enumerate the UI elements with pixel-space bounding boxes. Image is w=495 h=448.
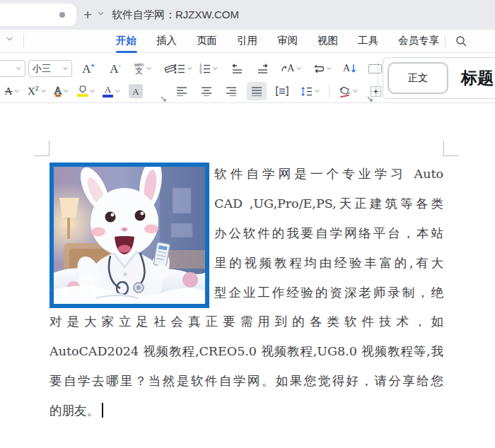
font-size-combobox[interactable]: 小三: [28, 60, 72, 77]
style-gallery: 正文 标题: [383, 57, 495, 99]
divider: [23, 35, 24, 47]
distribute-text-button[interactable]: [273, 82, 291, 100]
divider: [445, 35, 446, 47]
decrease-indent-button[interactable]: [228, 59, 246, 78]
divider: [378, 60, 378, 97]
wps-writer-window: + 软件自学网：RJZXW.COM 开始 插入 页面 引用 审阅 视图 工具 会…: [0, 0, 495, 448]
menubar: 开始 插入 页面 引用 审阅 视图 工具 会员专享: [0, 30, 495, 53]
text-cursor: [102, 403, 103, 418]
divider: [329, 85, 330, 98]
chevron-down-icon: [297, 65, 301, 69]
highlight-yellow-bar: [77, 94, 88, 97]
chevron-down-icon: [64, 88, 69, 92]
text-line: 的朋友。: [50, 396, 443, 425]
paragraph-right-column[interactable]: 软件自学网是一个专业学习 Auto CAD ,UG,Pro/E,PS,天正建筑等…: [214, 159, 443, 307]
style-body-text[interactable]: 正文: [388, 62, 448, 94]
grow-font-button[interactable]: A+: [79, 59, 98, 78]
text-line: AutoCAD2024 视频教程,CREO5.0 视频教程,UG8.0 视频教程…: [50, 336, 443, 366]
chevron-down-icon: [41, 88, 45, 92]
align-center-button[interactable]: [197, 82, 216, 100]
document-page[interactable]: 软件自学网是一个专业学习 Auto CAD ,UG,Pro/E,PS,天正建筑等…: [0, 103, 495, 448]
document-tab[interactable]: [0, 4, 76, 26]
tab-list-chevron-icon[interactable]: [98, 10, 104, 16]
tab-tools[interactable]: 工具: [348, 30, 388, 53]
highlight-color-button[interactable]: [76, 82, 96, 100]
text-line: 办公软件的我要自学网络平台，本站: [214, 218, 443, 248]
tab-reference[interactable]: 引用: [227, 30, 267, 53]
search-icon[interactable]: [455, 35, 467, 50]
collapse-ribbon-icon[interactable]: [7, 35, 13, 41]
superscript-button[interactable]: X2: [26, 82, 47, 100]
chevron-down-icon: [15, 88, 19, 92]
tab-insert[interactable]: 插入: [146, 30, 187, 53]
margin-corner-mark-left: [35, 141, 50, 156]
text-line: 对是大家立足社会真正要需用到的各类软件技术，如: [50, 307, 443, 336]
chevron-down-icon: [353, 88, 357, 92]
wrap-break-button[interactable]: [311, 59, 333, 78]
menu-tabs: 开始 插入 页面 引用 审阅 视图 工具 会员专享: [106, 30, 449, 53]
character-shading-button[interactable]: A: [127, 82, 145, 100]
rabbit-illustration: [54, 167, 205, 304]
font-name-combobox[interactable]: [0, 60, 25, 77]
justify-button[interactable]: [247, 82, 267, 100]
text-line: CAD ,UG,Pro/E,PS,天正建筑等各类: [214, 189, 443, 218]
tab-home[interactable]: 开始: [106, 30, 146, 53]
chevron-down-icon: [187, 65, 192, 69]
tab-member[interactable]: 会员专享: [388, 30, 449, 53]
new-tab-button[interactable]: +: [80, 0, 95, 30]
text-line: 软件自学网是一个专业学习 Auto: [214, 159, 443, 189]
chevron-down-icon: [214, 65, 218, 69]
tab-review[interactable]: 审阅: [267, 30, 308, 53]
tab-view[interactable]: 视图: [308, 30, 348, 53]
paragraph-bottom-block[interactable]: 对是大家立足社会真正要需用到的各类软件技术，如 AutoCAD2024 视频教程…: [50, 307, 443, 425]
shading-fill-button[interactable]: [337, 82, 359, 100]
titlebar: + 软件自学网：RJZXW.COM: [0, 0, 495, 30]
paragraph-layout-button[interactable]: [366, 59, 384, 78]
tab-page[interactable]: 页面: [187, 30, 227, 53]
chevron-down-icon: [115, 88, 120, 92]
strikethrough-button[interactable]: A: [3, 82, 21, 100]
text-line: 型企业工作经验的资深老师录制，绝: [214, 278, 443, 307]
document-title: 软件自学网：RJZXW.COM: [112, 0, 239, 30]
ribbon-toolbar: 小三 A+ A- wén 文 A: [0, 53, 495, 103]
chevron-down-icon: [16, 65, 21, 69]
chevron-down-icon: [90, 88, 94, 92]
sort-button[interactable]: A: [340, 59, 359, 78]
chevron-down-icon: [146, 65, 151, 69]
shrink-font-button[interactable]: A-: [106, 59, 124, 78]
chevron-down-icon: [315, 88, 319, 92]
chevron-down-icon: [327, 65, 332, 69]
text-line: 要自学去哪里？当然是软件自学网。如果您觉得好，请分享给您: [50, 366, 443, 396]
margin-corner-mark-right: [443, 141, 458, 156]
style-heading[interactable]: 标题: [461, 67, 494, 89]
chevron-down-icon: [63, 65, 67, 69]
numbered-list-button[interactable]: 1 2 3: [198, 59, 219, 78]
align-left-button[interactable]: [173, 82, 191, 100]
increase-indent-button[interactable]: [253, 59, 272, 78]
phonetic-guide-button[interactable]: wén 文: [133, 59, 153, 78]
shading-red-slash: [340, 94, 349, 98]
unsaved-dot-icon: [59, 12, 65, 18]
font-color-blue-bar: [103, 95, 113, 98]
bullet-list-button[interactable]: [173, 59, 194, 78]
font-color-button[interactable]: A: [101, 82, 122, 100]
text-effects-button[interactable]: A: [52, 82, 71, 100]
text-direction-tool-button[interactable]: A: [280, 59, 303, 78]
line-spacing-button[interactable]: [299, 82, 321, 100]
text-line: 里的视频教程均由经验丰富的,有大: [214, 248, 443, 278]
align-right-button[interactable]: [222, 82, 240, 100]
inline-image-rabbit-doctor[interactable]: [50, 163, 209, 308]
